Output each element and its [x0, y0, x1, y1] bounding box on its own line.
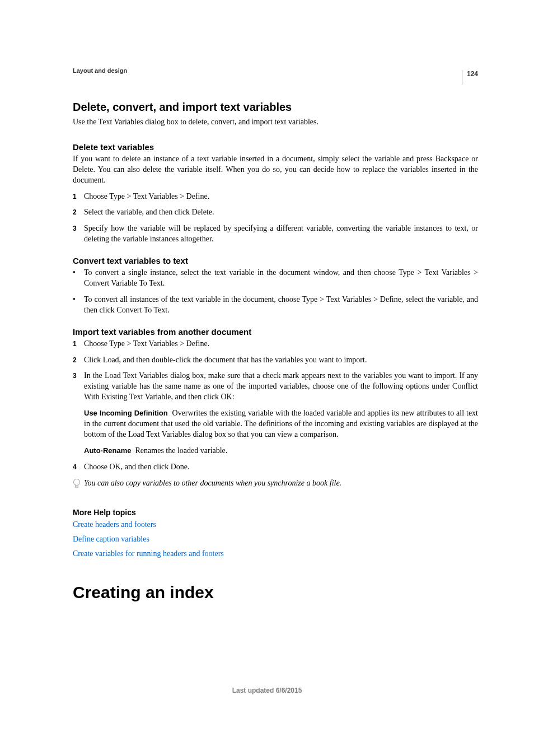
list-item: 3 Specify how the variable will be repla… [73, 223, 478, 245]
delete-steps-list: 1 Choose Type > Text Variables > Define.… [73, 192, 478, 245]
definition-text: Renames the loaded variable. [135, 446, 228, 455]
list-item: 3 In the Load Text Variables dialog box,… [73, 371, 478, 403]
step-number: 4 [73, 462, 84, 473]
more-help-heading: More Help topics [73, 508, 478, 517]
delete-body: If you want to delete an instance of a t… [73, 154, 478, 186]
step-number: 3 [73, 371, 84, 403]
import-heading: Import text variables from another docum… [73, 327, 478, 337]
step-number: 1 [73, 339, 84, 349]
step-text: In the Load Text Variables dialog box, m… [84, 371, 478, 403]
definition-block: Auto-Rename Renames the loaded variable. [84, 446, 478, 456]
convert-heading: Convert text variables to text [73, 256, 478, 265]
list-item: 1 Choose Type > Text Variables > Define. [73, 339, 478, 349]
lightbulb-icon [73, 478, 84, 491]
step-text: Choose Type > Text Variables > Define. [84, 339, 478, 349]
list-item: • To convert all instances of the text v… [73, 295, 478, 316]
step-number: 2 [73, 355, 84, 366]
section-title: Delete, convert, and import text variabl… [73, 101, 478, 114]
running-header: Layout and design [73, 67, 478, 74]
list-item: 2 Click Load, and then double-click the … [73, 355, 478, 366]
chapter-title: Creating an index [73, 583, 478, 602]
step-number: 2 [73, 207, 84, 218]
tip-row: You can also copy variables to other doc… [73, 478, 478, 491]
page-number-container: 124 [462, 70, 478, 85]
list-item: 4 Choose OK, and then click Done. [73, 462, 478, 473]
step-text: Choose Type > Text Variables > Define. [84, 192, 478, 202]
step-number: 1 [73, 192, 84, 202]
help-link[interactable]: Create headers and footers [73, 520, 478, 529]
bullet-icon: • [73, 295, 84, 316]
import-steps-list: 1 Choose Type > Text Variables > Define.… [73, 339, 478, 403]
step-text: Choose OK, and then click Done. [84, 462, 478, 473]
svg-point-0 [74, 479, 80, 485]
step-number: 3 [73, 223, 84, 245]
help-link[interactable]: Define caption variables [73, 535, 478, 544]
definition-label: Use Incoming Definition [84, 409, 168, 417]
bullet-icon: • [73, 268, 84, 289]
list-item: • To convert a single instance, select t… [73, 268, 478, 289]
list-item: 1 Choose Type > Text Variables > Define. [73, 192, 478, 202]
step-text: Click Load, and then double-click the do… [84, 355, 478, 366]
page-number: 124 [467, 70, 478, 78]
section-intro: Use the Text Variables dialog box to del… [73, 117, 478, 128]
convert-bullets: • To convert a single instance, select t… [73, 268, 478, 316]
delete-heading: Delete text variables [73, 142, 478, 152]
help-link[interactable]: Create variables for running headers and… [73, 549, 478, 558]
step-text: Select the variable, and then click Dele… [84, 207, 478, 218]
list-item: 2 Select the variable, and then click De… [73, 207, 478, 218]
import-step4-list: 4 Choose OK, and then click Done. [73, 462, 478, 473]
footer-updated: Last updated 6/6/2015 [0, 687, 534, 694]
bullet-text: To convert a single instance, select the… [84, 268, 478, 289]
tip-text: You can also copy variables to other doc… [84, 478, 341, 489]
definition-label: Auto-Rename [84, 446, 132, 455]
step-text: Specify how the variable will be replace… [84, 223, 478, 245]
definition-block: Use Incoming Definition Overwrites the e… [84, 408, 478, 440]
bullet-text: To convert all instances of the text var… [84, 295, 478, 316]
